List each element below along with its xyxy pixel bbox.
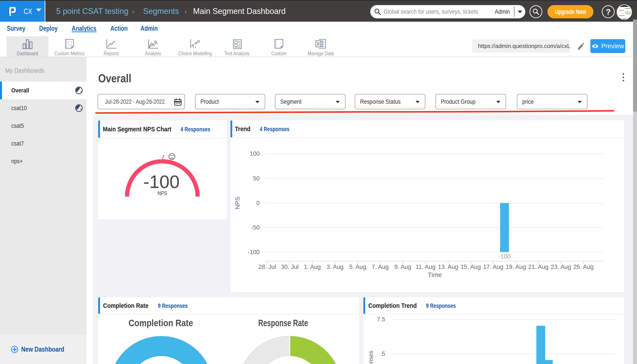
svg-text:28. Jul: 28. Jul <box>258 264 276 270</box>
svg-text:0: 0 <box>256 200 260 206</box>
svg-text:9. Aug: 9. Aug <box>394 264 412 270</box>
svg-text:Responses: Responses <box>368 350 374 364</box>
svg-text:Response Rate: Response Rate <box>258 318 308 328</box>
svg-text:7.5: 7.5 <box>377 316 385 323</box>
svg-text:17. Aug: 17. Aug <box>483 264 504 270</box>
svg-text:3. Aug: 3. Aug <box>327 264 344 270</box>
svg-text:13. Aug: 13. Aug <box>438 264 458 270</box>
svg-text:11. Aug: 11. Aug <box>416 264 436 270</box>
svg-text:-100: -100 <box>498 253 510 260</box>
svg-text:NPS: NPS <box>234 196 241 210</box>
svg-text:19. Aug: 19. Aug <box>506 264 526 270</box>
svg-text:15. Aug: 15. Aug <box>460 264 481 270</box>
svg-text:NPS: NPS <box>158 190 167 196</box>
svg-text:30. Jul: 30. Jul <box>281 264 298 270</box>
svg-text:Time: Time <box>428 271 442 278</box>
svg-text:25. Aug: 25. Aug <box>573 264 594 270</box>
svg-text:-50: -50 <box>251 224 260 231</box>
svg-text:-100: -100 <box>143 172 180 192</box>
svg-text:50: 50 <box>253 175 260 182</box>
svg-text:Completion Rate: Completion Rate <box>128 318 193 328</box>
svg-text:23. Aug: 23. Aug <box>551 264 571 270</box>
svg-text:5: 5 <box>382 350 385 357</box>
svg-text:7. Aug: 7. Aug <box>372 264 389 270</box>
svg-text:5. Aug: 5. Aug <box>349 264 366 270</box>
svg-text:100: 100 <box>250 150 260 157</box>
svg-text:21. Aug: 21. Aug <box>528 264 548 270</box>
svg-text:1. Aug: 1. Aug <box>304 264 321 270</box>
svg-text:-100: -100 <box>248 249 260 256</box>
